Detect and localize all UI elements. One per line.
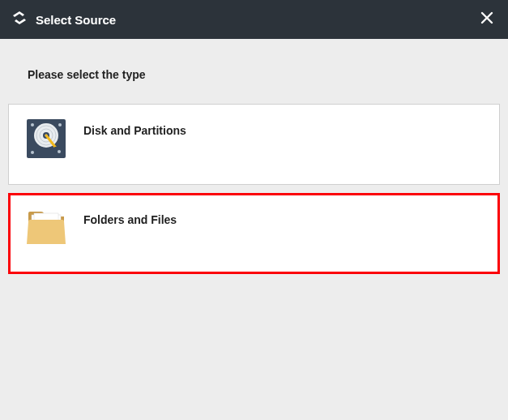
- svg-point-11: [58, 150, 61, 153]
- app-logo-icon: [11, 10, 28, 29]
- svg-point-2: [58, 123, 62, 126]
- title-bar-left: Select Source: [11, 10, 116, 29]
- prompt-text: Please select the type: [8, 39, 500, 104]
- option-label-disk: Disk and Partitions: [83, 116, 186, 137]
- option-disk-and-partitions[interactable]: Disk and Partitions: [8, 104, 500, 185]
- disk-icon: [23, 116, 69, 161]
- close-button[interactable]: [477, 10, 497, 29]
- folder-icon: [23, 205, 69, 251]
- option-folders-and-files[interactable]: Folders and Files: [8, 193, 500, 274]
- svg-point-3: [31, 151, 34, 154]
- title-bar-title: Select Source: [36, 13, 116, 27]
- svg-point-1: [31, 123, 34, 126]
- title-bar: Select Source: [0, 0, 508, 39]
- content-area: Please select the type Disk and Partitio…: [0, 39, 508, 274]
- close-icon: [480, 11, 494, 28]
- option-label-folders: Folders and Files: [83, 205, 177, 226]
